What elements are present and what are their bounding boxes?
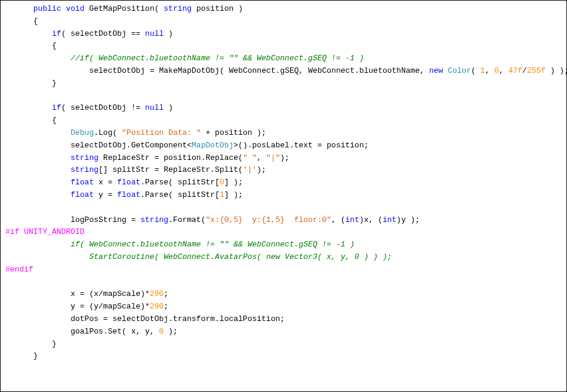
code-line: if( WebConnect.bluetoothName != "" && We…: [5, 240, 355, 249]
code-block: public void GetMapPosition( string posit…: [0, 0, 567, 392]
number: 47f: [509, 66, 522, 75]
preprocessor-if: #if UNITY_ANDROID: [5, 227, 85, 236]
string-literal: "|": [266, 153, 280, 162]
code-line: string ReplaceStr = position.Replace(" "…: [5, 153, 289, 162]
code-line: {: [5, 41, 57, 50]
code-line: selectDotObj = MakeMapDotObj( WebConnect…: [5, 66, 567, 75]
comment: //if( WebConnect.bluetoothName != "" && …: [70, 54, 363, 63]
keyword-string: string: [164, 4, 192, 13]
string-literal: " ": [243, 153, 257, 162]
code-line: {: [5, 116, 57, 125]
keyword-null: null: [145, 103, 164, 112]
code-line: Debug.Log( "Position Data: " + position …: [5, 128, 266, 137]
comment: if( WebConnect.bluetoothName != "" && We…: [70, 240, 355, 249]
code-line: }: [5, 339, 57, 348]
keyword-float: float: [117, 178, 140, 187]
keyword-new: new: [429, 66, 443, 75]
type-debug: Debug: [70, 128, 94, 137]
method-name: GetMapPosition: [89, 4, 154, 13]
code-line: logPosString = string.Format("x:{0,5} y:…: [5, 215, 420, 224]
type-mapdotobj: MapDotObj: [192, 141, 233, 150]
type-color: Color: [448, 66, 471, 75]
keyword-if: if: [52, 103, 61, 112]
code-line: goalPos.Set( x, y, 0 );: [5, 327, 178, 336]
number: 0: [494, 66, 499, 75]
code-line: if( selectDotObj == null ): [5, 29, 173, 38]
code-line: {: [5, 17, 38, 26]
string-literal: "x:{0,5} y:{1,5} floor:0": [205, 215, 331, 224]
code-line: float x = float.Parse( splitStr[0] );: [5, 178, 243, 187]
number: 1: [220, 190, 224, 199]
number: 290: [150, 302, 164, 311]
keyword-string: string: [70, 165, 98, 174]
keyword-void: void: [66, 4, 84, 13]
keyword-float: float: [70, 190, 94, 199]
code-line: selectDotObj.GetComponent<MapDotObj>().p…: [5, 141, 369, 150]
keyword-public: public: [33, 4, 61, 13]
keyword-float: float: [117, 190, 140, 199]
string-literal: "Position Data: ": [122, 128, 201, 137]
code-line: }: [5, 351, 38, 360]
comment: StartCoroutine( WebConnect.AvatarPos( ne…: [89, 252, 392, 261]
number: 255f: [527, 66, 546, 75]
code-line: dotPos = selectDotObj.transform.localPos…: [5, 314, 285, 323]
keyword-null: null: [145, 29, 164, 38]
code-line: public void GetMapPosition( string posit…: [5, 4, 243, 13]
code-line: }: [5, 79, 57, 88]
code-line: x = (x/mapScale)*290;: [5, 289, 168, 298]
keyword-float: float: [70, 178, 94, 187]
code-line: StartCoroutine( WebConnect.AvatarPos( ne…: [5, 252, 392, 261]
keyword-int: int: [346, 215, 359, 224]
code-line: y = (y/mapScale)*290;: [5, 302, 168, 311]
code-line: if( selectDotObj != null ): [5, 103, 173, 112]
preprocessor-endif: #endif: [5, 265, 33, 274]
keyword-string: string: [70, 153, 98, 162]
keyword-if: if: [52, 29, 61, 38]
code-line: float y = float.Parse( splitStr[1] );: [5, 190, 243, 199]
number: 290: [150, 289, 164, 298]
keyword-int: int: [383, 215, 396, 224]
char-literal: '|': [243, 165, 257, 174]
number: 0: [220, 178, 224, 187]
keyword-string: string: [140, 215, 168, 224]
code-line: //if( WebConnect.bluetoothName != "" && …: [5, 54, 364, 63]
param-name: position: [196, 4, 233, 13]
number: 1: [480, 66, 485, 75]
code-line: string[] splitStr = ReplaceStr.Split('|'…: [5, 165, 266, 174]
